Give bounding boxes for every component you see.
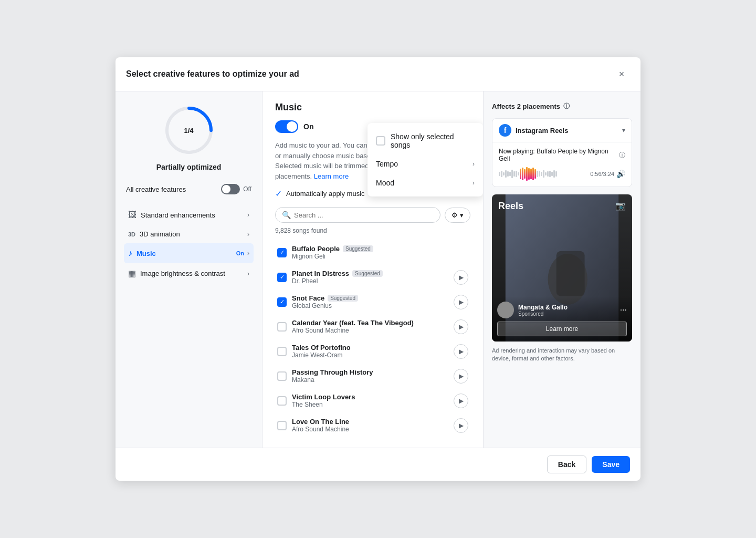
show-only-checkbox[interactable] xyxy=(376,136,385,146)
play-button-7[interactable]: ▶ xyxy=(454,394,468,408)
song-artist-7: The Sheen xyxy=(292,401,448,408)
suggested-badge: Suggested xyxy=(343,245,373,252)
progress-label: 1/4 xyxy=(184,127,193,134)
waveform-row: 0:56/3:24 🔊 xyxy=(499,167,625,181)
now-playing: Now playing: Buffalo People by Mignon Ge… xyxy=(492,142,632,187)
3d-icon: 3D xyxy=(128,231,135,237)
instagram-icon: f xyxy=(499,124,511,137)
song-item: Snot Face Suggested Global Genius ▶ xyxy=(275,290,470,314)
feature-name-brightness: Image brightness & contrast xyxy=(140,270,225,277)
waveform xyxy=(499,167,588,181)
modal-title: Select creative features to optimize you… xyxy=(126,69,299,79)
affects-label: Affects 2 placements xyxy=(492,102,560,110)
volume-icon[interactable]: 🔊 xyxy=(616,170,625,178)
play-button-4[interactable]: ▶ xyxy=(454,319,468,334)
placement-card: f Instagram Reels ▾ Now playing: Buffalo… xyxy=(492,118,632,187)
filter-chevron-icon: ▾ xyxy=(460,211,464,219)
mood-chevron-icon: › xyxy=(472,179,475,187)
preview-more-icon[interactable]: ··· xyxy=(620,305,627,315)
progress-circle: 1/4 xyxy=(163,104,215,157)
now-playing-info-icon[interactable]: ⓘ xyxy=(619,151,625,160)
modal-body: 1/4 Partially optimized All creative fea… xyxy=(116,91,640,448)
song-checkbox-4[interactable] xyxy=(277,322,287,332)
standard-icon: 🖼 xyxy=(128,210,136,220)
filter-icon: ⚙ xyxy=(452,211,458,219)
chevron-icon: › xyxy=(247,211,249,219)
play-button-8[interactable]: ▶ xyxy=(454,418,468,433)
song-checkbox-2[interactable] xyxy=(277,273,287,282)
check-icon: ✓ xyxy=(275,189,282,199)
search-box: 🔍 xyxy=(275,207,440,223)
song-item: Passing Through History Makana ▶ xyxy=(275,364,470,388)
center-panel: Music On Add music to your ad. You can l… xyxy=(262,91,483,448)
song-checkbox-6[interactable] xyxy=(277,371,287,381)
suggested-badge: Suggested xyxy=(328,295,358,302)
song-artist-6: Makana xyxy=(292,376,448,384)
chevron-icon-brightness: › xyxy=(247,270,249,277)
all-creative-toggle-group: Off xyxy=(221,184,251,194)
time-label: 0:56/3:24 xyxy=(590,171,614,177)
show-only-selected-item[interactable]: Show only selected songs xyxy=(368,127,483,154)
all-creative-toggle[interactable] xyxy=(221,184,240,194)
song-checkbox-5[interactable] xyxy=(277,347,287,356)
search-input[interactable] xyxy=(294,211,434,219)
tempo-item[interactable]: Tempo › xyxy=(368,154,483,173)
song-title-1: Buffalo People Suggested xyxy=(292,245,468,253)
all-creative-label: All creative features xyxy=(126,185,186,193)
suggested-badge: Suggested xyxy=(352,270,383,277)
modal-header: Select creative features to optimize you… xyxy=(116,57,640,91)
modal-footer: Back Save xyxy=(116,448,640,481)
filter-button[interactable]: ⚙ ▾ xyxy=(445,208,470,223)
sidebar: 1/4 Partially optimized All creative fea… xyxy=(116,91,262,448)
learn-more-link[interactable]: Learn more xyxy=(314,172,349,180)
placement-header[interactable]: f Instagram Reels ▾ xyxy=(492,119,632,142)
song-checkbox-3[interactable] xyxy=(277,297,287,307)
modal: Select creative features to optimize you… xyxy=(116,57,640,481)
partially-optimized-label: Partially optimized xyxy=(156,163,222,171)
affects-info-icon[interactable]: ⓘ xyxy=(563,102,570,111)
song-title-5: Tales Of Portofino xyxy=(292,344,448,351)
feature-item-3d[interactable]: 3D 3D animation › xyxy=(124,225,254,243)
music-toggle-label: On xyxy=(303,122,313,131)
search-icon: 🔍 xyxy=(282,211,291,219)
song-item: Love On The Line Afro Sound Machine ▶ xyxy=(275,413,470,437)
search-row: 🔍 ⚙ ▾ xyxy=(275,207,470,223)
close-button[interactable]: × xyxy=(613,66,630,82)
filter-dropdown: Show only selected songs Tempo › Mood › xyxy=(368,123,483,196)
play-button-6[interactable]: ▶ xyxy=(454,369,468,384)
preview-sponsored: Sponsored xyxy=(518,311,620,317)
feature-item-standard[interactable]: 🖼 Standard enhancements › xyxy=(124,205,254,225)
feature-item-brightness[interactable]: ▦ Image brightness & contrast › xyxy=(124,263,254,284)
play-button-3[interactable]: ▶ xyxy=(454,295,468,309)
all-creative-row: All creative features Off xyxy=(124,180,254,199)
now-playing-label: Now playing: Buffalo People by Mignon Ge… xyxy=(499,148,617,162)
play-button-2[interactable]: ▶ xyxy=(454,270,468,285)
song-artist-2: Dr. Pheel xyxy=(292,277,448,285)
songs-count: 9,828 songs found xyxy=(275,227,470,234)
placement-chevron-icon: ▾ xyxy=(622,127,625,134)
auto-apply-label: Automatically apply music xyxy=(286,190,365,198)
play-button-5[interactable]: ▶ xyxy=(454,344,468,359)
song-checkbox-7[interactable] xyxy=(277,396,287,406)
song-checkbox-8[interactable] xyxy=(277,421,287,430)
mood-item[interactable]: Mood › xyxy=(368,173,483,192)
song-title-6: Passing Through History xyxy=(292,368,448,376)
song-artist-8: Afro Sound Machine xyxy=(292,426,448,433)
song-checkbox-1[interactable] xyxy=(277,248,287,257)
panel-title: Music xyxy=(275,102,470,113)
feature-list: 🖼 Standard enhancements › 3D 3D animatio… xyxy=(124,205,254,284)
feature-name-3d: 3D animation xyxy=(140,230,180,238)
song-list: Buffalo People Suggested Mignon Geli Pla… xyxy=(275,241,470,437)
affects-row: Affects 2 placements ⓘ xyxy=(492,102,632,111)
show-only-label: Show only selected songs xyxy=(391,132,475,149)
back-button[interactable]: Back xyxy=(547,456,586,473)
preview-learn-button[interactable]: Learn more xyxy=(497,322,627,336)
save-button[interactable]: Save xyxy=(592,456,630,473)
song-item: Calendar Year (feat. Tea The Vibegod) Af… xyxy=(275,315,470,338)
music-toggle[interactable] xyxy=(275,120,298,133)
preview-bottom: Mangata & Gallo Sponsored ··· Learn more xyxy=(492,296,632,342)
song-item: Buffalo People Suggested Mignon Geli xyxy=(275,241,470,264)
preview-avatar xyxy=(497,302,514,318)
right-panel: Affects 2 placements ⓘ f Instagram Reels… xyxy=(483,91,640,448)
feature-item-music[interactable]: ♪ Music On › xyxy=(124,243,254,263)
